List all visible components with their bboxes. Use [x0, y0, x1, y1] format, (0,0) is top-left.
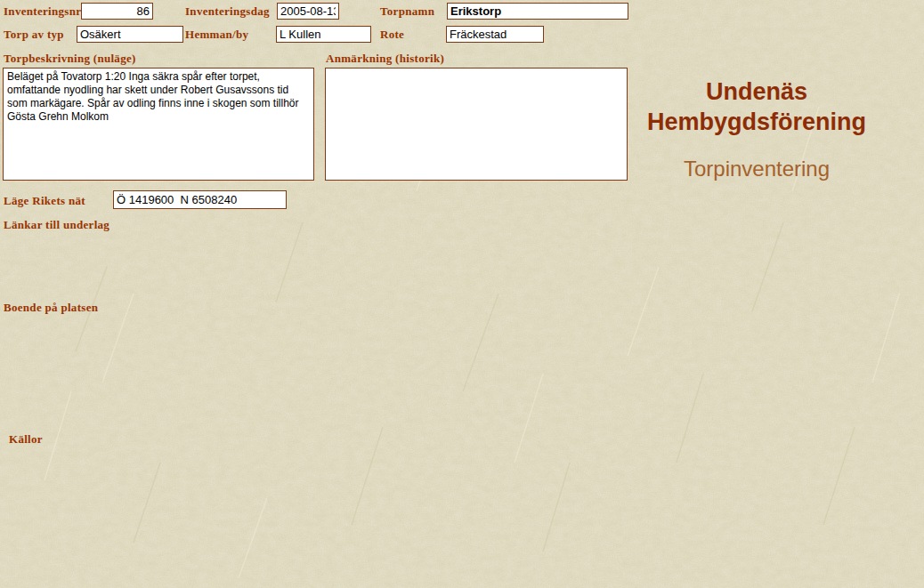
torpnamn-input[interactable] [447, 3, 628, 20]
torpinventering-form: Inventeringsnr Inventeringsdag Torpnamn … [0, 0, 924, 588]
boende-pa-platsen-label: Boende på platsen [4, 301, 98, 315]
hemman-by-input[interactable] [276, 26, 371, 43]
kallor-label: Källor [9, 432, 43, 447]
lage-rikets-nat-label: Läge Rikets nät [4, 194, 85, 208]
lage-rikets-nat-input[interactable] [113, 190, 287, 209]
org-title-line1: Undenäs [706, 78, 807, 105]
rote-input[interactable] [446, 26, 544, 43]
torpnamn-label: Torpnamn [380, 4, 434, 19]
inventeringsdag-label: Inventeringsdag [185, 4, 270, 19]
torp-av-typ-label: Torp av typ [4, 28, 64, 42]
anmarkning-label: Anmärkning (historik) [326, 52, 444, 66]
org-title-line2: Hembygdsförening [647, 109, 866, 135]
page-title: Torpinventering [614, 157, 899, 181]
hemman-by-label: Hemman/by [185, 28, 248, 42]
lankar-till-underlag-label: Länkar till underlag [4, 218, 109, 232]
rote-label: Rote [380, 28, 404, 42]
inventeringsdag-input[interactable] [277, 3, 339, 20]
inventeringsnr-label: Inventeringsnr [4, 4, 81, 19]
torpbeskrivning-label: Torpbeskrivning (nuläge) [4, 52, 136, 66]
torp-av-typ-input[interactable] [77, 26, 183, 43]
anmarkning-textarea[interactable] [325, 68, 628, 181]
torpbeskrivning-textarea[interactable]: Beläget på Tovatorp 1:20 Inga säkra spår… [3, 68, 314, 181]
org-title: Undenäs Hembygdsförening [614, 77, 899, 137]
inventeringsnr-input[interactable] [81, 3, 153, 20]
